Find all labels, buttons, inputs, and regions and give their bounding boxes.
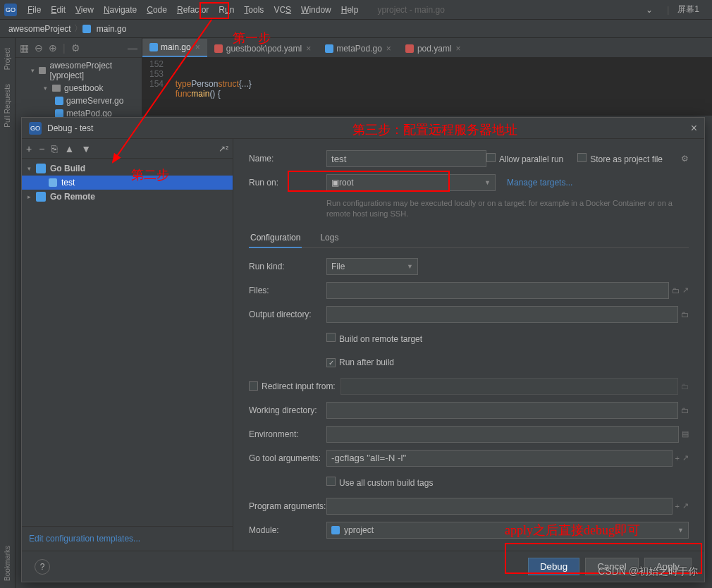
- run-on-select[interactable]: ▣ root ▼: [326, 174, 496, 191]
- apply-button[interactable]: Apply: [644, 558, 692, 575]
- app-icon: GO: [29, 122, 42, 135]
- menu-navigate[interactable]: Navigate: [99, 3, 142, 17]
- store-project-checkbox[interactable]: Store as project file: [577, 153, 663, 164]
- tree-folder[interactable]: ▾guestbook: [16, 82, 142, 94]
- tab-configuration[interactable]: Configuration: [249, 228, 302, 248]
- tab-main-go[interactable]: main.go×: [142, 39, 207, 57]
- working-dir-input[interactable]: [326, 402, 678, 419]
- remove-icon[interactable]: −: [39, 143, 44, 154]
- menu-edit[interactable]: Edit: [46, 3, 70, 17]
- run-on-help: Run configurations may be executed local…: [326, 198, 689, 220]
- copy-icon[interactable]: ⎘: [51, 143, 57, 154]
- hide-icon[interactable]: ⊖: [35, 42, 43, 54]
- allow-parallel-checkbox[interactable]: Allow parallel run: [486, 153, 563, 164]
- build-remote-checkbox[interactable]: Build on remote target: [326, 333, 422, 344]
- chevron-down-icon: ▼: [484, 179, 491, 186]
- menu-vcs[interactable]: VCS: [269, 3, 296, 17]
- editor-area: main.go× guestbook\pod.yaml× metaPod.go×…: [142, 38, 712, 116]
- config-form: Name: Allow parallel run Store as projec…: [233, 139, 704, 551]
- debug-config-dialog: GO Debug - test × + − ⎘ ▲ ▼ ↗² ▾Go Build…: [21, 117, 705, 582]
- files-input[interactable]: [326, 282, 669, 299]
- go-file-icon: [82, 25, 91, 33]
- close-icon[interactable]: ×: [195, 42, 200, 52]
- expand-icon[interactable]: ↗: [682, 286, 689, 295]
- manage-targets-link[interactable]: Manage targets...: [507, 178, 572, 188]
- up-icon[interactable]: ▲: [64, 143, 74, 154]
- menu-refactor[interactable]: Refactor: [172, 3, 214, 17]
- expand-icon[interactable]: ⊕: [49, 42, 57, 54]
- cancel-button[interactable]: Cancel: [585, 558, 639, 575]
- list-icon[interactable]: ▤: [682, 429, 689, 439]
- breadcrumb-project[interactable]: awesomeProject: [6, 24, 74, 34]
- gear-icon[interactable]: ⚙: [71, 42, 80, 54]
- help-button[interactable]: ?: [35, 559, 50, 575]
- working-dir-label: Working directory:: [249, 405, 326, 415]
- code-editor[interactable]: 152 153 154 type Person struct {...} fun…: [142, 58, 712, 116]
- menu-view[interactable]: View: [70, 3, 99, 17]
- breadcrumb-file[interactable]: main.go: [94, 24, 130, 34]
- close-icon[interactable]: ×: [456, 44, 461, 54]
- config-group-go-build[interactable]: ▾Go Build: [22, 161, 233, 176]
- tab-pod-yaml[interactable]: guestbook\pod.yaml×: [207, 40, 318, 57]
- app-icon: GO: [4, 4, 17, 16]
- folder-icon[interactable]: 🗀: [681, 406, 689, 415]
- debug-button[interactable]: Debug: [528, 558, 579, 575]
- menu-run[interactable]: Run: [214, 3, 239, 17]
- vtab-project[interactable]: Project: [4, 48, 11, 70]
- tab-metapod-go[interactable]: metaPod.go×: [318, 40, 398, 57]
- module-label: Module:: [249, 525, 326, 535]
- redirect-input-field[interactable]: [340, 378, 678, 395]
- output-dir-input[interactable]: [326, 306, 678, 323]
- close-icon[interactable]: ×: [306, 44, 311, 54]
- program-args-input[interactable]: [326, 498, 673, 515]
- plus-icon[interactable]: +: [675, 454, 680, 463]
- tree-root[interactable]: ▾awesomeProject [yproject]: [16, 59, 142, 82]
- menu-help[interactable]: Help: [336, 3, 364, 17]
- config-sidebar: + − ⎘ ▲ ▼ ↗² ▾Go Build test ▸Go Remote E…: [22, 139, 233, 551]
- collapse-icon[interactable]: —: [128, 42, 137, 54]
- chevron-down-icon[interactable]: ⌄: [646, 5, 653, 15]
- editor-tabs: main.go× guestbook\pod.yaml× metaPod.go×…: [142, 38, 712, 58]
- environment-input[interactable]: [326, 426, 679, 443]
- run-kind-select[interactable]: File▼: [326, 258, 418, 275]
- program-args-label: Program arguments:: [249, 501, 326, 511]
- down-icon[interactable]: ▼: [81, 143, 91, 154]
- menu-window[interactable]: Window: [296, 3, 336, 17]
- folder-icon[interactable]: 🗀: [672, 286, 680, 295]
- close-icon[interactable]: ×: [691, 122, 697, 135]
- edit-templates-link[interactable]: Edit configuration templates...: [29, 534, 140, 544]
- tab-pod2-yaml[interactable]: pod.yaml×: [398, 40, 468, 57]
- project-tree: ▾awesomeProject [yproject] ▾guestbook ga…: [16, 58, 142, 121]
- breadcrumb: awesomeProject 〉 main.go: [0, 20, 712, 38]
- add-icon[interactable]: +: [26, 143, 32, 154]
- config-group-go-remote[interactable]: ▸Go Remote: [22, 190, 233, 204]
- menubar: GO File Edit View Navigate Code Refactor…: [0, 0, 712, 20]
- menu-file[interactable]: File: [23, 3, 46, 17]
- folder-icon[interactable]: 🗀: [681, 382, 689, 391]
- project-panel: ▦ ⊖ ⊕ | ⚙ — ▾awesomeProject [yproject] ▾…: [16, 38, 142, 116]
- config-item-test[interactable]: test: [22, 176, 233, 190]
- module-select[interactable]: yproject▼: [326, 522, 689, 539]
- run-kind-label: Run kind:: [249, 262, 326, 271]
- go-tool-args-input[interactable]: [326, 450, 673, 467]
- custom-tags-checkbox[interactable]: Use all custom build tags: [326, 477, 433, 488]
- expand-icon[interactable]: ↗: [682, 501, 689, 510]
- dialog-title: Debug - test: [47, 123, 93, 133]
- tab-logs[interactable]: Logs: [319, 228, 340, 247]
- project-view-icon[interactable]: ▦: [20, 42, 29, 54]
- menu-tools[interactable]: Tools: [239, 3, 269, 17]
- gear-icon[interactable]: ⚙: [681, 154, 689, 164]
- folder-icon[interactable]: 🗀: [681, 310, 689, 319]
- menu-code[interactable]: Code: [142, 3, 172, 17]
- run-after-checkbox[interactable]: Run after build: [326, 357, 394, 367]
- name-input[interactable]: [326, 150, 486, 167]
- vtab-pull-requests[interactable]: Pull Requests: [4, 84, 11, 128]
- plus-icon[interactable]: +: [675, 502, 680, 510]
- close-icon[interactable]: ×: [386, 44, 391, 54]
- environment-label: Environment:: [249, 429, 326, 439]
- output-dir-label: Output directory:: [249, 310, 326, 319]
- vtab-bookmarks[interactable]: Bookmarks: [4, 546, 11, 581]
- tree-file-gameserver[interactable]: gameServer.go: [16, 94, 142, 107]
- redirect-input-checkbox[interactable]: Redirect input from:: [249, 381, 340, 391]
- expand-icon[interactable]: ↗: [682, 453, 689, 463]
